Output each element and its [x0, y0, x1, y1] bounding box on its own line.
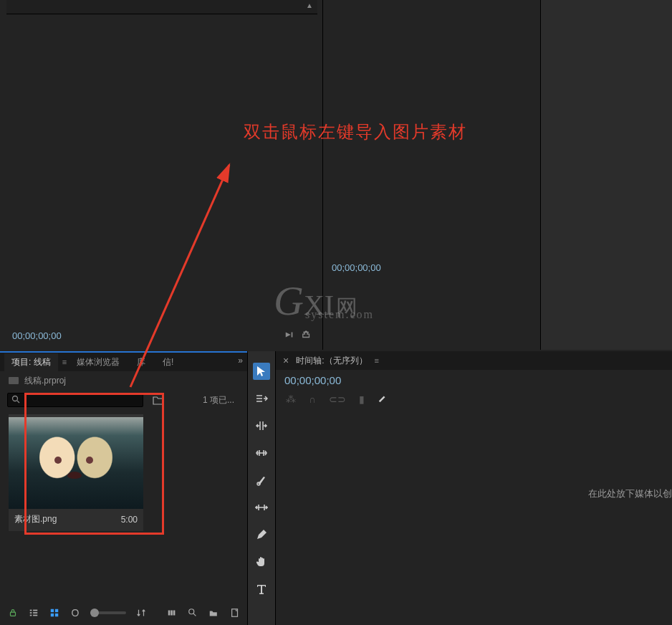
timeline-options: ⁂ ∩ ⊂⊃ ▮: [276, 391, 672, 409]
settings-icon[interactable]: [378, 393, 388, 406]
search-icon: [11, 395, 20, 406]
svg-point-0: [13, 396, 18, 401]
svg-rect-5: [29, 612, 32, 614]
svg-rect-3: [29, 610, 32, 611]
type-tool[interactable]: [253, 581, 270, 598]
ripple-edit-tool[interactable]: [253, 417, 270, 434]
timeline-header: × 时间轴:（无序列） ≡: [276, 351, 672, 370]
program-monitor-viewport[interactable]: [323, 0, 540, 258]
slip-tool[interactable]: [253, 499, 270, 516]
find-icon[interactable]: [188, 607, 198, 619]
timeline-title: 时间轴:（无序列）: [296, 355, 367, 367]
linked-selection-icon[interactable]: ∩: [309, 393, 316, 406]
tabs-overflow-icon[interactable]: »: [238, 356, 243, 366]
project-panel: 项目: 线稿 ≡ 媒体浏览器 库 信! » 线稿.prproj 1 项已...: [0, 351, 247, 625]
project-search-input[interactable]: [7, 393, 143, 407]
svg-rect-14: [171, 611, 173, 616]
insert-icon[interactable]: [284, 330, 294, 341]
source-monitor-footer: 00;00;00;00: [6, 321, 317, 350]
sort-icon[interactable]: [136, 607, 147, 619]
thumbnail-zoom-slider[interactable]: [90, 611, 125, 614]
tools-panel: [247, 351, 276, 625]
svg-line-17: [193, 614, 196, 616]
svg-point-16: [189, 609, 194, 614]
tab-libraries[interactable]: 库: [130, 353, 153, 371]
source-monitor-header: ▲: [6, 0, 317, 14]
clip-duration: 5:00: [121, 515, 138, 525]
selection-tool[interactable]: [253, 363, 270, 380]
snap-icon[interactable]: ⁂: [286, 393, 296, 406]
marker-icon[interactable]: ▮: [359, 393, 365, 406]
timeline-tracks-area[interactable]: [276, 409, 672, 595]
project-search-row: 1 项已...: [0, 390, 247, 410]
zoom-slider-label: O: [69, 607, 80, 619]
panel-menu-icon[interactable]: ≡: [62, 358, 67, 366]
razor-tool[interactable]: [253, 472, 270, 489]
project-name-row: 线稿.prproj: [0, 371, 247, 390]
svg-rect-11: [51, 614, 54, 616]
filter-bin-icon[interactable]: [152, 393, 165, 406]
tab-info[interactable]: 信!: [155, 353, 181, 371]
project-clip-item[interactable]: 素材图.png 5:00: [9, 414, 143, 531]
tab-media-browser[interactable]: 媒体浏览器: [69, 353, 127, 371]
source-timecode[interactable]: 00;00;00;00: [12, 330, 62, 341]
panel-menu-icon[interactable]: ≡: [375, 356, 379, 365]
close-icon[interactable]: ×: [283, 355, 289, 366]
timeline-drop-hint: 在此处放下媒体以创: [588, 487, 672, 500]
pen-tool[interactable]: [253, 526, 270, 543]
chevron-up-icon[interactable]: ▲: [306, 1, 313, 9]
export-frame-icon[interactable]: [302, 330, 312, 341]
project-bins-area[interactable]: 素材图.png 5:00: [0, 410, 247, 608]
project-file-name: 线稿.prproj: [24, 375, 66, 387]
svg-rect-4: [33, 610, 37, 611]
automate-to-sequence-icon[interactable]: [167, 607, 178, 619]
program-monitor-panel: 00;00;00;00: [322, 0, 540, 350]
tab-project[interactable]: 项目: 线稿: [4, 353, 58, 371]
project-icon: [9, 377, 19, 384]
icon-view-icon[interactable]: [49, 607, 59, 619]
svg-rect-7: [29, 615, 32, 616]
svg-rect-10: [55, 609, 58, 612]
lock-icon[interactable]: [7, 607, 18, 619]
source-monitor-viewport[interactable]: [6, 14, 317, 321]
project-item-count: 1 项已...: [203, 394, 240, 406]
svg-line-1: [17, 401, 19, 403]
svg-rect-12: [55, 614, 58, 616]
svg-rect-6: [33, 612, 37, 614]
svg-rect-9: [51, 609, 54, 612]
project-toolbar: O: [0, 601, 247, 625]
svg-rect-15: [173, 611, 176, 616]
new-bin-icon[interactable]: [208, 607, 219, 619]
clip-name: 素材图.png: [14, 513, 57, 525]
new-item-icon[interactable]: [229, 607, 240, 619]
timeline-panel: × 时间轴:（无序列） ≡ 00;00;00;00 ⁂ ∩ ⊂⊃ ▮ 在此处放下…: [276, 351, 672, 625]
source-monitor-panel: ▲ 00;00;00;00: [6, 0, 317, 350]
timeline-timecode[interactable]: 00;00;00;00: [276, 370, 672, 391]
track-select-tool[interactable]: [253, 390, 270, 407]
svg-rect-2: [10, 612, 15, 616]
add-marker-icon[interactable]: ⊂⊃: [329, 393, 346, 406]
clip-thumbnail[interactable]: [9, 414, 143, 509]
list-view-icon[interactable]: [28, 607, 39, 619]
project-tabs: 项目: 线稿 ≡ 媒体浏览器 库 信! »: [0, 353, 247, 371]
right-sidebar: [540, 0, 672, 350]
svg-rect-13: [168, 611, 171, 616]
hand-tool[interactable]: [253, 553, 270, 571]
svg-rect-8: [33, 615, 37, 616]
rate-stretch-tool[interactable]: [253, 444, 270, 462]
program-timecode[interactable]: 00;00;00;00: [332, 262, 381, 273]
